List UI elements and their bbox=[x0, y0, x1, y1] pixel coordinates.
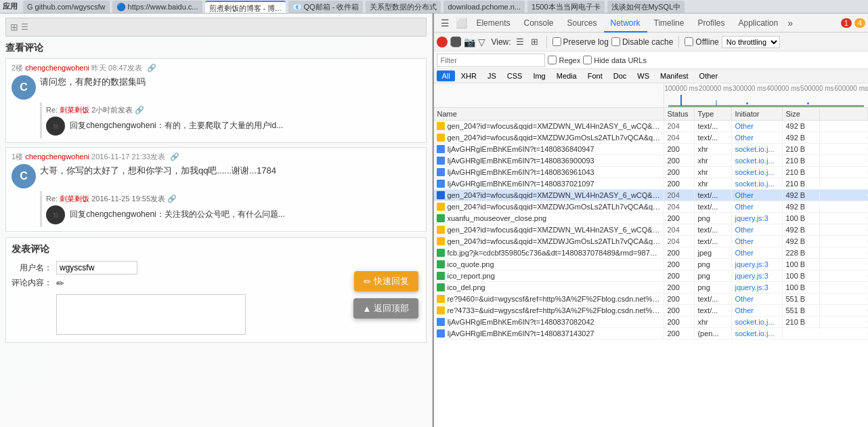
offline-checkbox-row: Offline bbox=[685, 37, 718, 47]
type-btn-xhr[interactable]: XHR bbox=[456, 70, 481, 81]
type-btn-other[interactable]: Other bbox=[695, 70, 723, 81]
comment1-reply-link-icon[interactable]: 🔗 bbox=[135, 106, 144, 114]
tab-application[interactable]: Application bbox=[731, 14, 785, 33]
col-header-type[interactable]: Type bbox=[695, 108, 732, 120]
main-area: ⊞ ☰ 查看评论 2楼 chengchengwoheni 昨天 08:47发表 … bbox=[0, 14, 868, 427]
col-header-status[interactable]: Status bbox=[664, 108, 695, 120]
hide-data-urls-checkbox[interactable] bbox=[583, 56, 592, 64]
devtools-more-button[interactable]: » bbox=[785, 18, 796, 28]
net-cell-status: 200 bbox=[664, 178, 695, 189]
disable-cache-checkbox[interactable] bbox=[611, 37, 620, 46]
net-cell-size: 228 B bbox=[783, 247, 820, 258]
tab-network[interactable]: Network bbox=[604, 14, 647, 33]
comment2-reply-user[interactable]: 刺菜剩饭 bbox=[60, 195, 89, 203]
regex-checkbox[interactable] bbox=[548, 56, 557, 64]
table-row[interactable]: IjAvGHRglEmBhKEm6IN?t=1480837082042 200 … bbox=[434, 317, 868, 328]
table-row[interactable]: IjAvGHRglEmBhKEm6IN?t=1480836840947 200 … bbox=[434, 144, 868, 155]
tab-blog[interactable]: 煎煮剩饭的博客 - 博... bbox=[205, 1, 286, 13]
throttle-select[interactable]: No throttling Slow 3G Fast 3G Offline bbox=[722, 36, 780, 48]
net-cell-size: 210 B bbox=[783, 317, 820, 327]
tab-profiles[interactable]: Profiles bbox=[691, 14, 731, 33]
camera-icon[interactable]: 📷 bbox=[464, 37, 475, 47]
back-top-button[interactable]: ▲ 返回顶部 bbox=[353, 298, 419, 319]
preserve-log-checkbox[interactable] bbox=[552, 37, 561, 46]
comment1-link-icon[interactable]: 🔗 bbox=[147, 64, 156, 72]
table-row[interactable]: IjAvGHRglEmBhKEm6IN?t=1480837021097 200 … bbox=[434, 178, 868, 190]
filter-icon[interactable]: ▽ bbox=[478, 37, 485, 47]
type-btn-all[interactable]: All bbox=[437, 70, 454, 81]
type-btn-media[interactable]: Media bbox=[552, 70, 582, 81]
tab-console[interactable]: Console bbox=[517, 14, 560, 33]
tab-mysql[interactable]: 浅谈如何在MySQL中 bbox=[607, 1, 685, 13]
offline-checkbox[interactable] bbox=[685, 37, 693, 46]
table-row[interactable]: gen_204?id=wfocus&qqid=XMZDWN_WL4Hn2ASY_… bbox=[434, 121, 868, 132]
devtools-menu-icon[interactable]: ☰ bbox=[437, 15, 453, 31]
col-header-timeline[interactable] bbox=[820, 108, 868, 120]
type-btn-css[interactable]: CSS bbox=[502, 70, 527, 81]
table-row[interactable]: gen_204?id=wfocus&qqid=XMZDWJGmOsLs2ATLh… bbox=[434, 132, 868, 144]
net-cell-name: ico_del.png bbox=[434, 282, 664, 293]
view-list-icon[interactable]: ☰ bbox=[514, 36, 526, 48]
table-row[interactable]: gen_204?id=wfocus&qqid=XMZDWN_WL4Hn2ASY_… bbox=[434, 190, 868, 201]
table-row[interactable]: IjAvGHRglEmBhKEm6IN?t=1480837143027 200 … bbox=[434, 328, 868, 340]
tab-elements[interactable]: Elements bbox=[469, 14, 517, 33]
tab-book[interactable]: 1500本当当网电子卡 bbox=[527, 1, 604, 13]
table-row[interactable]: IjAvGHRglEmBhKEm6IN?t=1480836900093 200 … bbox=[434, 155, 868, 167]
type-btn-img[interactable]: Img bbox=[528, 70, 550, 81]
table-row[interactable]: fcb.jpg?jk=cdcbf359805c736a&dt=148083707… bbox=[434, 247, 868, 259]
tab-qq[interactable]: 📧 QQ邮箱 - 收件箱 bbox=[288, 1, 364, 13]
devtools-dock-icon[interactable]: ⬜ bbox=[453, 15, 469, 31]
comment2-reply-header: Re: 刺菜剩饭 2016-11-25 19:55发表 🔗 bbox=[46, 194, 416, 204]
table-row[interactable]: ico_del.png 200 png jquery.js:3 100 B bbox=[434, 282, 868, 293]
username-input[interactable] bbox=[56, 261, 137, 274]
table-row[interactable]: gen_204?id=wfocus&qqid=XMZDWJGmOsLs2ATLh… bbox=[434, 236, 868, 247]
type-btn-doc[interactable]: Doc bbox=[609, 70, 632, 81]
file-type-icon bbox=[437, 226, 445, 234]
tab-dl[interactable]: download.pchome.n... bbox=[443, 1, 525, 13]
comment1-reply: Re: 刺菜剩饭 2小时前发表 🔗 ◾ 回复chengchengwoheni：有… bbox=[40, 102, 420, 138]
table-row[interactable]: gen_204?id=wfocus&qqid=XMZDWJGmOsLs2ATLh… bbox=[434, 201, 868, 213]
net-cell-name: gen_204?id=wfocus&qqid=XMZDWN_WL4Hn2ASY_… bbox=[434, 121, 664, 131]
net-cell-type: xhr bbox=[695, 317, 732, 327]
tab-github[interactable]: G github.com/wgyscsfw bbox=[23, 1, 110, 13]
type-btn-manifest[interactable]: Manifest bbox=[655, 70, 693, 81]
stop-button[interactable] bbox=[450, 37, 461, 47]
view-group-icon[interactable]: ⊞ bbox=[529, 36, 541, 48]
table-row[interactable]: re?9460=&uid=wgyscsf&ref=http%3A%2F%2Fbl… bbox=[434, 293, 868, 305]
col-header-size[interactable]: Size bbox=[783, 108, 820, 120]
type-btn-js[interactable]: JS bbox=[483, 70, 501, 81]
toolbar-grid-icon[interactable]: ⊞ bbox=[10, 22, 18, 33]
col-header-initiator[interactable]: Initiator bbox=[732, 108, 783, 120]
comment2-link-icon[interactable]: 🔗 bbox=[170, 152, 179, 161]
record-button[interactable] bbox=[437, 37, 448, 47]
tab-baidu[interactable]: 🔵 https://www.baidu.c... bbox=[112, 1, 202, 13]
net-cell-size bbox=[783, 332, 820, 335]
filter-input[interactable] bbox=[437, 54, 545, 67]
table-row[interactable]: ico_report.png 200 png jquery.js:3 100 B bbox=[434, 270, 868, 282]
tab-timeline[interactable]: Timeline bbox=[647, 14, 691, 33]
table-row[interactable]: re?4733=&uid=wgyscsf&ref=http%3A%2F%2Fbl… bbox=[434, 305, 868, 317]
tab-sources[interactable]: Sources bbox=[561, 14, 604, 33]
type-btn-ws[interactable]: WS bbox=[632, 70, 654, 81]
type-btn-font[interactable]: Font bbox=[583, 70, 607, 81]
comment-textarea[interactable] bbox=[56, 294, 246, 335]
col-header-name[interactable]: Name bbox=[434, 108, 664, 120]
editor-icon[interactable]: ✏ bbox=[56, 278, 64, 289]
toolbar-layout-icon[interactable]: ☰ bbox=[21, 22, 28, 32]
net-cell-initiator: socket.io.j... bbox=[732, 144, 783, 155]
table-row[interactable]: xuanfu_mouseover_close.png 200 png jquer… bbox=[434, 213, 868, 224]
tl-dot-1 bbox=[746, 102, 748, 104]
comment2-reply-link-icon[interactable]: 🔗 bbox=[167, 195, 177, 203]
content-label: 评论内容： bbox=[12, 277, 52, 289]
offline-label: Offline bbox=[695, 37, 718, 47]
net-cell-size: 492 B bbox=[783, 224, 820, 235]
tab-rel[interactable]: 关系型数据的分布式 bbox=[366, 1, 441, 13]
table-row[interactable]: gen_204?id=wfocus&qqid=XMZDWN_WL4Hn2ASY_… bbox=[434, 224, 868, 236]
comment1-user-link[interactable]: chengchengwoheni bbox=[25, 64, 89, 72]
comment1-reply-user[interactable]: 刺菜剩饭 bbox=[60, 106, 89, 114]
comment2-user-link[interactable]: chengchengwoheni bbox=[25, 152, 89, 161]
table-row[interactable]: ico_quote.png 200 png jquery.js:3 100 B bbox=[434, 259, 868, 270]
filename-text: IjAvGHRglEmBhKEm6IN?t=1480837021097 bbox=[447, 180, 594, 188]
quick-reply-button[interactable]: ✏ 快速回复 bbox=[354, 271, 418, 291]
table-row[interactable]: IjAvGHRglEmBhKEm6IN?t=1480836961043 200 … bbox=[434, 167, 868, 178]
